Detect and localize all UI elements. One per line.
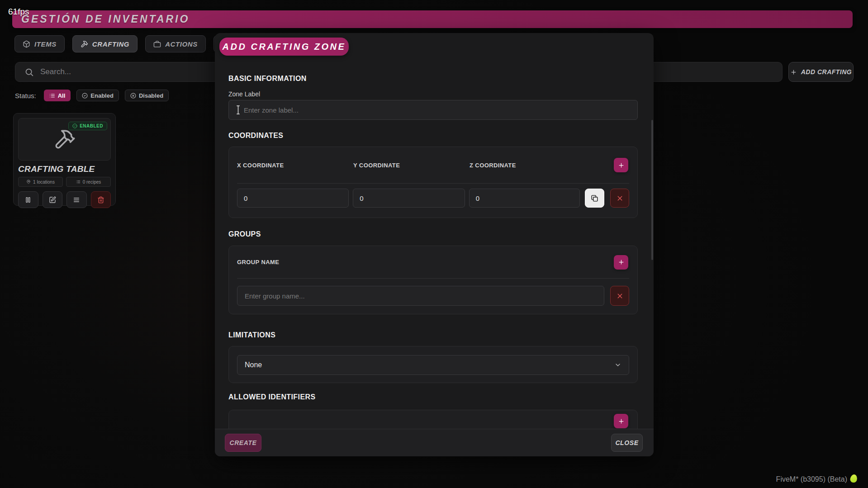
y-coordinate-label: Y COORDINATE	[353, 162, 470, 169]
app-header: GESTIÓN DE INVENTARIO	[12, 10, 853, 28]
add-crafting-label: ADD CRAFTING	[801, 68, 852, 76]
z-coordinate-label: Z COORDINATE	[470, 162, 614, 169]
delete-button[interactable]	[91, 191, 111, 208]
x-icon	[616, 194, 624, 202]
hammer-icon	[81, 40, 88, 48]
card-title: CRAFTING TABLE	[18, 164, 111, 174]
recipes-badge: 0 recipes	[66, 177, 111, 187]
tab-label: ACTIONS	[165, 40, 198, 48]
plus-icon	[790, 69, 797, 76]
group-name-label: GROUP NAME	[237, 259, 279, 265]
plus-icon	[618, 418, 625, 425]
groups-heading: GROUPS	[228, 230, 638, 238]
fivem-watermark: FiveM* (b3095) (Beta)	[776, 475, 847, 483]
x-coordinate-label: X COORDINATE	[237, 162, 353, 169]
groups-panel: GROUP NAME	[228, 246, 638, 314]
modal-title: ADD CRAFTING ZONE	[223, 42, 346, 52]
chevron-down-icon	[614, 361, 621, 369]
x-icon	[616, 292, 624, 300]
ibeam-cursor-icon	[236, 105, 240, 114]
status-badge-label: ENABLED	[80, 123, 103, 128]
modal-scrollbar[interactable]	[651, 120, 653, 260]
zone-label-field[interactable]	[228, 100, 638, 120]
tab-label: ITEMS	[34, 40, 57, 48]
group-name-input[interactable]	[245, 292, 597, 300]
crafting-card: ENABLED CRAFTING TABLE 1 locations 0 rec…	[13, 113, 116, 206]
edit-button[interactable]	[43, 191, 63, 208]
x-coordinate-input[interactable]	[237, 189, 349, 208]
plus-icon	[618, 162, 625, 169]
add-crafting-zone-modal: ADD CRAFTING ZONE BASIC INFORMATION Zone…	[215, 33, 654, 456]
z-coordinate-input[interactable]	[469, 189, 580, 208]
status-filters: Status: All Enabled Disabled	[15, 90, 169, 101]
pear-icon	[849, 474, 858, 483]
screen: 61fps GESTIÓN DE INVENTARIO ITEMS CRAFTI…	[0, 0, 868, 488]
groups-header-row: GROUP NAME	[237, 246, 629, 279]
add-group-button[interactable]	[614, 255, 628, 270]
group-input-row	[237, 286, 629, 306]
box-icon	[23, 40, 30, 48]
plus-icon	[618, 259, 625, 265]
coordinates-heading: COORDINATES	[228, 132, 638, 140]
pause-button[interactable]	[18, 191, 38, 208]
check-circle-icon	[72, 123, 77, 128]
tab-label: CRAFTING	[92, 40, 129, 48]
hammer-icon	[53, 128, 76, 151]
page-title: GESTIÓN DE INVENTARIO	[21, 13, 190, 25]
remove-coordinate-button[interactable]	[610, 189, 629, 208]
status-label: Status:	[15, 92, 36, 99]
fps-counter: 61fps	[8, 7, 29, 17]
filter-label: Enabled	[90, 92, 114, 99]
map-pin-icon	[26, 180, 31, 184]
card-actions	[18, 191, 111, 208]
y-coordinate-input[interactable]	[353, 189, 465, 208]
edit-icon	[49, 196, 56, 204]
create-button[interactable]: CREATE	[225, 434, 261, 452]
filter-disabled[interactable]: Disabled	[125, 90, 169, 101]
briefcase-icon	[153, 40, 161, 48]
filter-label: All	[58, 92, 66, 99]
allowed-identifiers-heading: ALLOWED IDENTIFIERS	[228, 393, 638, 401]
coordinates-header-row: X COORDINATE Y COORDINATE Z COORDINATE	[237, 147, 629, 184]
limitations-selected-value: None	[245, 361, 262, 369]
zone-label: Zone Label	[228, 90, 638, 98]
limitations-heading: LIMITATIONS	[228, 331, 638, 339]
check-circle-icon	[82, 93, 88, 99]
filter-label: Disabled	[139, 92, 163, 99]
coordinates-panel: X COORDINATE Y COORDINATE Z COORDINATE	[228, 147, 638, 218]
list-icon	[49, 93, 55, 99]
limitations-select[interactable]: None	[237, 355, 629, 375]
x-circle-icon	[130, 93, 136, 99]
copy-icon	[591, 194, 598, 202]
limitations-panel: None	[228, 346, 638, 383]
modal-title-badge: ADD CRAFTING ZONE	[219, 38, 349, 56]
details-button[interactable]	[66, 191, 87, 208]
trash-icon	[97, 196, 104, 204]
menu-icon	[73, 196, 80, 204]
locations-badge: 1 locations	[18, 177, 63, 187]
list-icon	[76, 180, 81, 184]
modal-content: ADD CRAFTING ZONE BASIC INFORMATION Zone…	[215, 33, 654, 429]
group-name-field[interactable]	[237, 286, 604, 306]
add-identifier-button[interactable]	[614, 414, 628, 428]
tab-crafting[interactable]: CRAFTING	[72, 35, 138, 52]
filter-enabled[interactable]: Enabled	[76, 90, 119, 101]
zone-label-input[interactable]	[244, 106, 630, 114]
status-badge: ENABLED	[68, 122, 107, 130]
close-button[interactable]: CLOSE	[611, 434, 643, 452]
filter-all[interactable]: All	[44, 90, 71, 101]
locations-label: 1 locations	[33, 180, 55, 185]
basic-information-heading: BASIC INFORMATION	[228, 75, 638, 83]
add-coordinate-button[interactable]	[614, 158, 628, 172]
tab-items[interactable]: ITEMS	[14, 35, 65, 52]
coordinates-input-row	[237, 189, 629, 208]
add-crafting-button[interactable]: ADD CRAFTING	[788, 62, 854, 82]
remove-group-button[interactable]	[610, 286, 629, 306]
tab-actions[interactable]: ACTIONS	[145, 35, 206, 52]
modal-footer: CREATE CLOSE	[215, 429, 654, 456]
card-image: ENABLED	[18, 118, 111, 161]
copy-coordinates-button[interactable]	[585, 189, 604, 208]
identifiers-panel	[228, 410, 638, 429]
card-badges: 1 locations 0 recipes	[18, 177, 111, 187]
recipes-label: 0 recipes	[83, 180, 101, 185]
